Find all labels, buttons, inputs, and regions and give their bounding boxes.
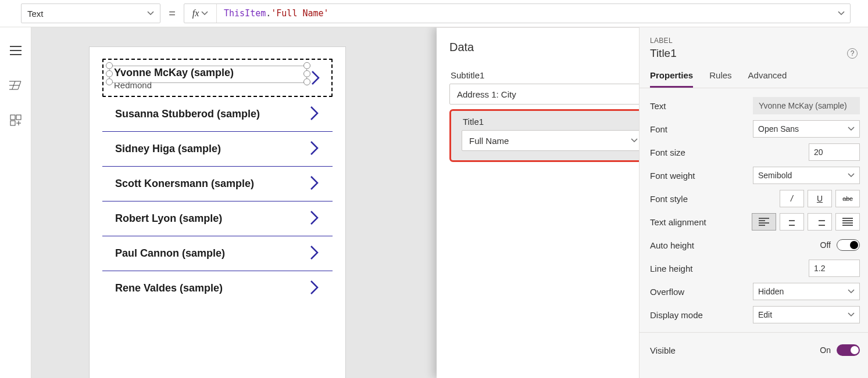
prop-lineheight-value: 1.2: [814, 264, 825, 273]
gallery-item[interactable]: Susanna Stubberod (sample): [102, 97, 333, 132]
formula-token-dot: .: [266, 8, 271, 19]
tab-rules[interactable]: Rules: [709, 70, 731, 88]
chevron-right-icon[interactable]: [309, 140, 320, 158]
gallery-item[interactable]: Robert Lyon (sample): [102, 201, 333, 236]
align-justify-button[interactable]: [835, 213, 860, 231]
prop-displaymode-label: Display mode: [650, 310, 703, 320]
resize-handle[interactable]: [303, 70, 310, 77]
property-selector-value: Text: [27, 9, 44, 19]
gallery-item[interactable]: Paul Cannon (sample): [102, 236, 333, 271]
chevron-down-icon: [848, 288, 855, 295]
resize-handle[interactable]: [106, 62, 113, 69]
formula-token-string: 'Full Name': [271, 8, 328, 19]
chevron-right-icon[interactable]: [310, 70, 321, 88]
formula-input[interactable]: ThisItem.'Full Name': [217, 8, 833, 19]
gallery-title-label: Susanna Stubberod (sample): [115, 108, 260, 120]
gallery-item[interactable]: Rene Valdes (sample): [102, 271, 333, 305]
formula-input-wrap: fx ThisItem.'Full Name': [184, 3, 851, 23]
prop-overflow-label: Overflow: [650, 287, 684, 297]
prop-fontweight-select[interactable]: Semibold: [753, 167, 860, 184]
prop-fontweight-value: Semibold: [758, 171, 792, 180]
section-divider: [640, 332, 868, 333]
chevron-right-icon[interactable]: [309, 279, 320, 297]
tab-advanced[interactable]: Advanced: [748, 70, 787, 88]
gallery-subtitle-label[interactable]: Redmond: [114, 80, 234, 90]
prop-text-value[interactable]: Yvonne McKay (sample): [753, 97, 860, 114]
chevron-down-icon: [838, 10, 845, 17]
visible-toggle[interactable]: [837, 344, 860, 356]
prop-lineheight-label: Line height: [650, 264, 692, 273]
formula-bar: Text = fx ThisItem.'Full Name': [0, 0, 868, 27]
fx-button[interactable]: fx: [184, 4, 217, 23]
gallery-title-label: Scott Konersmann (sample): [115, 178, 254, 190]
left-rail: [0, 27, 31, 378]
prop-fontsize-label: Font size: [650, 147, 685, 157]
main-area: Yvonne McKay (sample) Redmond Susann: [0, 27, 868, 378]
align-right-button[interactable]: [808, 213, 832, 231]
gallery-title-label: Paul Cannon (sample): [115, 247, 225, 260]
canvas-pane: Yvonne McKay (sample) Redmond Susann: [31, 27, 639, 378]
align-left-button[interactable]: [752, 213, 776, 231]
align-center-button[interactable]: [780, 213, 804, 231]
chevron-down-icon: [848, 125, 855, 132]
data-panel-title: Data: [449, 41, 474, 54]
device-frame: Yvonne McKay (sample) Redmond Susann: [90, 47, 345, 378]
prop-overflow-select[interactable]: Hidden: [753, 283, 860, 300]
italic-button[interactable]: /: [780, 190, 804, 207]
prop-fontweight-label: Font weight: [650, 171, 695, 181]
hamburger-icon[interactable]: [9, 44, 23, 57]
subtitle-field-label: Subtitle1: [451, 70, 639, 80]
resize-handle[interactable]: [303, 78, 310, 85]
formula-token-this: ThisItem: [224, 8, 266, 19]
property-selector[interactable]: Text: [21, 3, 160, 23]
chevron-right-icon[interactable]: [309, 244, 320, 262]
properties-panel: LABEL Title1 ? Properties Rules Advanced…: [639, 27, 868, 378]
resize-handle[interactable]: [106, 78, 113, 85]
title-field-select[interactable]: Full Name: [462, 130, 639, 151]
gallery-title-label: Rene Valdes (sample): [115, 282, 223, 294]
gallery-item-selected[interactable]: Yvonne McKay (sample) Redmond: [102, 59, 333, 97]
gallery-title-label[interactable]: Yvonne McKay (sample): [114, 67, 234, 79]
prop-font-value: Open Sans: [758, 124, 799, 134]
prop-font-select[interactable]: Open Sans: [753, 120, 860, 138]
chevron-down-icon: [201, 10, 208, 17]
chevron-right-icon[interactable]: [309, 210, 320, 228]
chevron-down-icon: [848, 311, 855, 318]
svg-rect-0: [10, 115, 15, 120]
tree-view-icon[interactable]: [9, 78, 23, 92]
prop-visible-state: On: [820, 345, 831, 355]
title-field-highlight: Title1 Full Name: [449, 109, 639, 162]
svg-rect-2: [10, 121, 15, 125]
gallery-title-label: Sidney Higa (sample): [115, 143, 221, 155]
equals-label: =: [166, 7, 178, 20]
subtitle-field-select[interactable]: Address 1: City: [449, 84, 639, 105]
prop-fontstyle-label: Font style: [650, 194, 688, 204]
strikethrough-button[interactable]: abc: [835, 190, 860, 207]
insert-icon[interactable]: [9, 113, 23, 127]
prop-autoheight-label: Auto height: [650, 240, 694, 250]
underline-button[interactable]: U: [808, 190, 832, 207]
title-field-label: Title1: [463, 117, 639, 127]
gallery-item[interactable]: Sidney Higa (sample): [102, 132, 333, 167]
prop-textalign-label: Text alignment: [650, 217, 706, 227]
gallery-title-label: Robert Lyon (sample): [115, 213, 222, 225]
prop-fontsize-input[interactable]: 20: [809, 143, 860, 161]
gallery-item[interactable]: Scott Konersmann (sample): [102, 167, 333, 201]
chevron-right-icon[interactable]: [309, 175, 320, 193]
formula-expand-button[interactable]: [833, 10, 850, 17]
resize-handle[interactable]: [106, 70, 113, 77]
title-field-value: Full Name: [469, 136, 509, 146]
resize-handle[interactable]: [303, 62, 310, 69]
autoheight-toggle[interactable]: [837, 239, 860, 251]
prop-displaymode-select[interactable]: Edit: [753, 306, 860, 323]
prop-lineheight-input[interactable]: 1.2: [809, 260, 860, 277]
subtitle-field-value: Address 1: City: [457, 89, 516, 99]
prop-text-label: Text: [650, 101, 666, 111]
help-icon[interactable]: ?: [847, 48, 858, 59]
chevron-down-icon: [631, 137, 638, 144]
control-name-label: Title1: [650, 47, 677, 60]
tab-properties[interactable]: Properties: [650, 70, 693, 88]
chevron-down-icon: [147, 10, 154, 17]
prop-visible-label: Visible: [650, 345, 676, 355]
chevron-right-icon[interactable]: [309, 105, 320, 123]
